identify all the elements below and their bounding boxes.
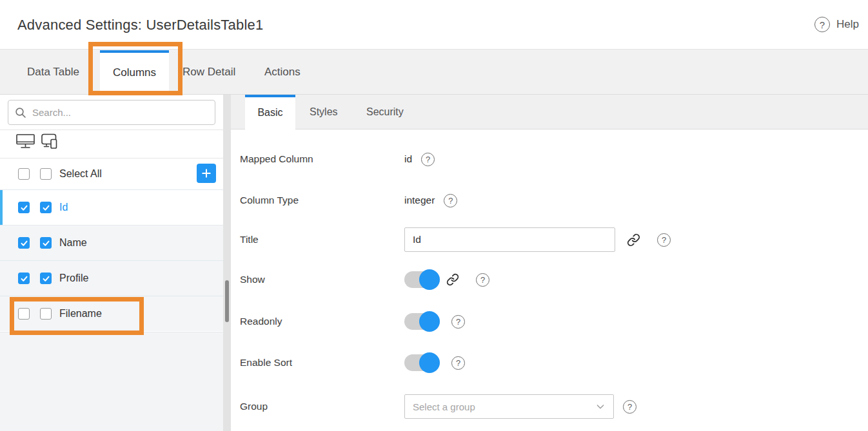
tab-basic[interactable]: Basic [245,95,295,129]
mapped-column-help-icon[interactable]: ? [421,153,435,166]
search-input[interactable] [32,107,208,118]
tab-actions[interactable]: Actions [264,50,301,95]
select-all-label: Select All [59,168,102,180]
show-label: Show [240,274,404,285]
select-all-mobile-checkbox[interactable] [40,168,52,180]
group-select[interactable]: Select a group [404,394,614,419]
tab-security[interactable]: Security [366,95,404,129]
mobile-devices-icon [41,133,59,149]
column-type-help-icon[interactable]: ? [444,194,457,207]
select-all-row: Select All [0,158,223,189]
show-field: Show ? [240,267,489,292]
readonly-field: Readonly ? [240,309,465,334]
profile-desktop-checkbox[interactable] [18,273,30,284]
toggle-knob [419,311,440,332]
tab-row-detail[interactable]: Row Detail [182,50,235,95]
help-button[interactable]: ? Help [814,17,859,32]
help-label: Help [836,18,859,31]
group-help-icon[interactable]: ? [623,400,636,414]
toggle-knob [419,352,440,373]
enable-sort-help-icon[interactable]: ? [451,356,465,370]
readonly-label: Readonly [240,316,404,327]
id-desktop-checkbox[interactable] [18,202,30,213]
filename-mobile-checkbox[interactable] [40,308,52,320]
column-type-label: Column Type [240,195,404,206]
group-select-placeholder: Select a group [413,401,595,412]
title-label: Title [240,234,404,245]
id-mobile-checkbox[interactable] [40,202,52,213]
desktop-icon [16,134,35,149]
title-bind-link-icon[interactable] [627,233,640,247]
tab-styles[interactable]: Styles [310,95,338,129]
columns-sidebar: Select All Id [0,95,231,431]
column-row-id[interactable]: Id [0,189,223,225]
column-type-value: integer [404,195,435,206]
column-row-label: Filename [59,308,102,320]
group-field: Group Select a group ? [240,394,636,419]
enable-sort-label: Enable Sort [240,357,404,369]
column-row-label: Profile [59,273,88,284]
column-search [8,100,215,125]
profile-mobile-checkbox[interactable] [40,273,52,284]
title-help-icon[interactable]: ? [657,233,671,247]
show-help-icon[interactable]: ? [476,273,489,287]
group-label: Group [240,401,404,412]
column-list: Id Name Profile [0,189,223,331]
sidebar-empty-area [0,332,223,431]
mapped-column-value: id [404,153,412,165]
search-icon [15,107,26,119]
tab-columns[interactable]: Columns [100,50,169,95]
name-mobile-checkbox[interactable] [40,237,52,249]
enable-sort-field: Enable Sort ? [240,350,465,375]
tab-data-table[interactable]: Data Table [27,50,79,95]
column-row-filename[interactable]: Filename [0,296,223,331]
mapped-column-label: Mapped Column [240,153,404,165]
column-type-field: Column Type integer ? [240,188,457,213]
column-settings-panel: Basic Styles Security Mapped Column id ?… [231,95,868,431]
header: Advanced Settings: UserDetailsTable1 ? H… [0,0,868,49]
name-desktop-checkbox[interactable] [18,237,30,249]
readonly-help-icon[interactable]: ? [451,315,465,329]
title-field: Title ? [240,227,671,252]
panel-tabstrip: Basic Styles Security [231,95,868,129]
device-column-headers [16,133,59,149]
add-column-button[interactable] [197,164,216,183]
toggle-knob [419,269,440,290]
select-all-desktop-checkbox[interactable] [18,168,30,180]
settings-tabstrip: Data Table Columns Row Detail Actions [0,49,868,95]
page-title: Advanced Settings: UserDetailsTable1 [17,17,263,34]
column-row-label: Id [59,202,68,213]
column-row-label: Name [59,237,87,249]
readonly-toggle[interactable] [404,311,440,332]
title-input[interactable] [404,227,615,252]
divider [0,129,223,130]
sidebar-scrollbar-thumb[interactable] [225,280,229,322]
column-row-profile[interactable]: Profile [0,260,223,296]
chevron-down-icon [595,401,606,412]
advanced-settings-window: Advanced Settings: UserDetailsTable1 ? H… [0,0,868,431]
sidebar-scrollbar-track[interactable] [223,95,231,431]
show-toggle[interactable] [404,269,440,290]
mapped-column-field: Mapped Column id ? [240,147,435,171]
help-question-icon: ? [814,17,830,32]
plus-icon [201,168,212,179]
enable-sort-toggle[interactable] [404,352,440,373]
show-bind-link-icon[interactable] [446,273,459,286]
column-row-name[interactable]: Name [0,225,223,260]
filename-desktop-checkbox[interactable] [18,308,30,320]
